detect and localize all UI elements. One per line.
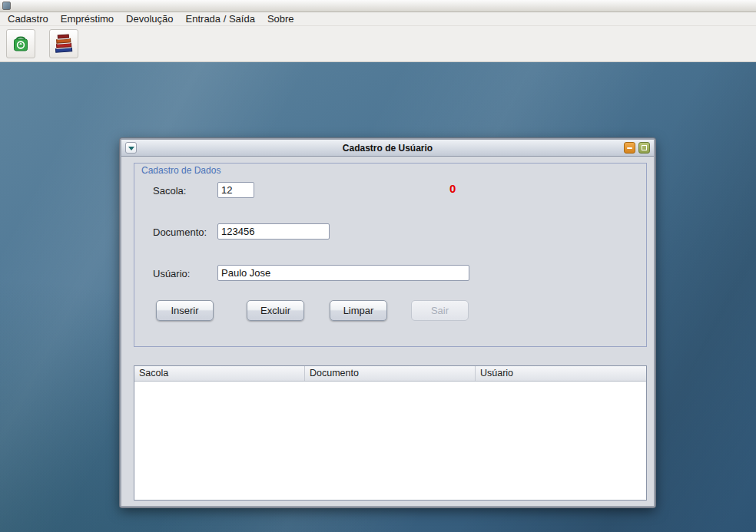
shopping-bag-icon — [11, 34, 31, 54]
table-header-sacola[interactable]: Sacola — [134, 366, 305, 381]
menu-item-emprestimo[interactable]: Empréstimo — [55, 12, 120, 26]
inserir-button[interactable]: Inserir — [156, 300, 214, 321]
users-table: Sacola Documento Usúario — [134, 365, 647, 501]
internal-frame-titlebar[interactable]: Cadastro de Usúario — [121, 140, 654, 157]
maximize-button[interactable] — [638, 142, 650, 154]
menu-item-devolucao[interactable]: Devolução — [120, 12, 179, 26]
toolbar — [0, 26, 756, 62]
table-body[interactable] — [134, 382, 646, 500]
sacola-input[interactable] — [217, 182, 254, 198]
documento-input[interactable] — [217, 223, 330, 240]
frame-title: Cadastro de Usúario — [121, 143, 654, 154]
table-header-documento[interactable]: Documento — [305, 366, 476, 381]
sacola-label: Sacola: — [153, 185, 186, 197]
chevron-down-icon — [128, 147, 134, 150]
minimize-icon — [627, 147, 632, 149]
minimize-button[interactable] — [624, 142, 635, 154]
panel-title: Cadastro de Dados — [141, 165, 220, 176]
table-header-usuario[interactable]: Usúario — [476, 366, 646, 381]
usuario-label: Usúario: — [153, 268, 190, 279]
frame-content: Cadastro de Dados Sacola: 0 Documento: U… — [121, 157, 654, 506]
menu-item-sobre[interactable]: Sobre — [261, 12, 300, 26]
menu-item-entrada-saida[interactable]: Entrada / Saída — [180, 12, 261, 26]
limpar-button[interactable]: Limpar — [330, 300, 387, 321]
cadastro-de-dados-panel: Cadastro de Dados Sacola: 0 Documento: U… — [134, 163, 647, 347]
maximize-icon — [642, 145, 647, 150]
desktop-pane: Cadastro de Usúario Cadastro de Dados Sa… — [0, 62, 756, 532]
frame-menu-button[interactable] — [125, 142, 137, 154]
menu-item-cadastro[interactable]: Cadastro — [2, 12, 55, 26]
app-icon — [2, 2, 11, 10]
sair-button[interactable]: Sair — [411, 300, 469, 321]
window-titlebar[interactable] — [0, 0, 756, 12]
books-icon — [53, 34, 75, 54]
record-counter: 0 — [449, 182, 456, 195]
table-header-row: Sacola Documento Usúario — [134, 366, 646, 382]
menu-bar: Cadastro Empréstimo Devolução Entrada / … — [0, 12, 756, 26]
application-window: Cadastro Empréstimo Devolução Entrada / … — [0, 0, 756, 532]
books-tool-button[interactable] — [49, 29, 78, 58]
documento-label: Documento: — [153, 226, 207, 238]
usuario-input[interactable] — [217, 265, 469, 281]
shopping-bag-tool-button[interactable] — [6, 29, 35, 58]
internal-frame: Cadastro de Usúario Cadastro de Dados Sa… — [120, 138, 655, 507]
excluir-button[interactable]: Excluir — [247, 300, 304, 321]
